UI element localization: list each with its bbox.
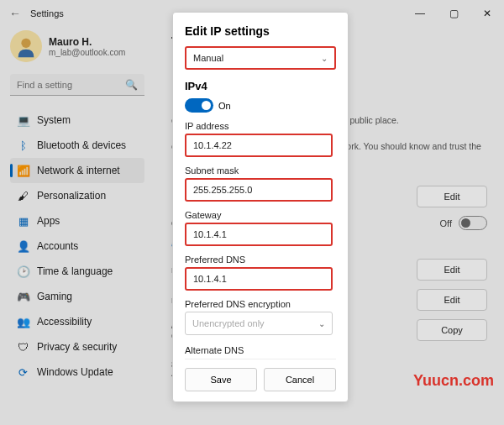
bluetooth-icon: ᛒ bbox=[17, 139, 29, 152]
user-email: m_lab@outlook.com bbox=[49, 48, 125, 57]
back-button[interactable]: ← bbox=[5, 7, 25, 20]
sidebar-item-label: System bbox=[37, 114, 71, 126]
window-caption: Settings bbox=[30, 8, 64, 18]
metered-state: Off bbox=[440, 218, 452, 228]
ip-mode-value: Manual bbox=[193, 53, 223, 63]
maximize-button[interactable]: ▢ bbox=[437, 0, 470, 27]
dns-edit-button[interactable]: Edit bbox=[417, 289, 487, 311]
subnet-label: Subnet mask bbox=[185, 165, 333, 176]
user-name: Mauro H. bbox=[49, 36, 125, 48]
ip-edit-button[interactable]: Edit bbox=[417, 259, 487, 281]
ipv4-toggle-state: On bbox=[218, 101, 231, 111]
avatar bbox=[10, 30, 42, 62]
sidebar-item-update[interactable]: ⟳Windows Update bbox=[10, 359, 144, 385]
sidebar-item-bluetooth[interactable]: ᛒBluetooth & devices bbox=[10, 133, 144, 158]
ip-label: IP address bbox=[185, 121, 333, 131]
sidebar-item-accessibility[interactable]: 👥Accessibility bbox=[10, 309, 144, 334]
sidebar-item-time[interactable]: 🕑Time & language bbox=[10, 259, 144, 284]
ipv4-toggle[interactable] bbox=[185, 98, 213, 113]
sidebar-item-label: Time & language bbox=[37, 265, 113, 277]
alt-dns-label: Alternate DNS bbox=[185, 345, 333, 354]
sidebar-item-label: Gaming bbox=[37, 291, 72, 302]
sidebar-item-label: Apps bbox=[37, 215, 60, 227]
sidebar-item-personalization[interactable]: 🖌Personalization bbox=[10, 183, 144, 208]
apps-icon: ▦ bbox=[17, 215, 29, 228]
dns-encryption-value: Unencrypted only bbox=[192, 318, 265, 328]
cancel-button[interactable]: Cancel bbox=[264, 368, 336, 391]
sidebar-item-label: Personalization bbox=[37, 190, 106, 202]
accessibility-icon: 👥 bbox=[17, 316, 29, 328]
dns-input[interactable] bbox=[185, 267, 333, 291]
ip-input[interactable] bbox=[185, 134, 333, 157]
edit-ip-dialog: Edit IP settings Manual ⌄ IPv4 On IP add… bbox=[172, 12, 349, 402]
gaming-icon: 🎮 bbox=[17, 291, 29, 303]
search-input[interactable] bbox=[10, 74, 144, 96]
personalization-icon: 🖌 bbox=[17, 190, 29, 202]
sidebar-item-label: Privacy & security bbox=[37, 341, 117, 353]
sidebar-item-label: Bluetooth & devices bbox=[37, 139, 126, 151]
sidebar-item-gaming[interactable]: 🎮Gaming bbox=[10, 284, 144, 309]
sidebar-item-label: Accessibility bbox=[37, 316, 92, 328]
sidebar-item-apps[interactable]: ▦Apps bbox=[10, 208, 144, 233]
chevron-down-icon: ⌄ bbox=[321, 54, 328, 63]
dns-encryption-select[interactable]: Unencrypted only ⌄ bbox=[185, 312, 333, 335]
metered-toggle[interactable] bbox=[459, 216, 487, 230]
sidebar-item-system[interactable]: 💻System bbox=[10, 108, 144, 133]
ip-mode-select[interactable]: Manual ⌄ bbox=[185, 46, 336, 70]
accounts-icon: 👤 bbox=[17, 240, 29, 253]
chevron-down-icon: ⌄ bbox=[318, 319, 325, 328]
privacy-icon: 🛡 bbox=[17, 341, 29, 354]
time-icon: 🕑 bbox=[17, 265, 29, 278]
sidebar-item-label: Network & internet bbox=[37, 165, 120, 176]
sidebar-item-network[interactable]: 📶Network & internet bbox=[10, 158, 144, 183]
sidebar-item-label: Accounts bbox=[37, 240, 78, 252]
dns-encryption-label: Preferred DNS encryption bbox=[185, 299, 333, 309]
sidebar-item-privacy[interactable]: 🛡Privacy & security bbox=[10, 334, 144, 359]
network-icon: 📶 bbox=[17, 165, 29, 177]
subnet-input[interactable] bbox=[185, 178, 333, 202]
dialog-title: Edit IP settings bbox=[185, 24, 336, 38]
save-button[interactable]: Save bbox=[185, 368, 257, 391]
sidebar-item-label: Windows Update bbox=[37, 366, 113, 378]
dns-label: Preferred DNS bbox=[185, 254, 333, 265]
close-button[interactable]: ✕ bbox=[470, 0, 504, 27]
gateway-label: Gateway bbox=[185, 210, 333, 220]
svg-point-0 bbox=[21, 39, 30, 48]
minimize-button[interactable]: — bbox=[403, 0, 437, 27]
ipv4-heading: IPv4 bbox=[185, 80, 333, 92]
sidebar-item-accounts[interactable]: 👤Accounts bbox=[10, 233, 144, 259]
update-icon: ⟳ bbox=[17, 366, 29, 379]
system-icon: 💻 bbox=[17, 114, 29, 127]
gateway-input[interactable] bbox=[185, 223, 333, 246]
copy-button[interactable]: Copy bbox=[417, 319, 487, 341]
edit-button[interactable]: Edit bbox=[417, 186, 487, 207]
search-icon: 🔍 bbox=[125, 79, 138, 91]
